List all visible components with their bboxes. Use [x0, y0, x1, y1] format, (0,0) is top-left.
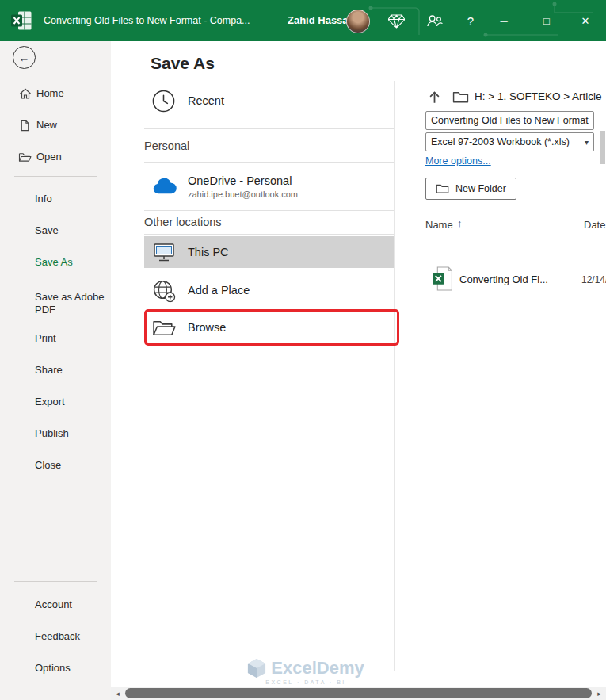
sidebar-item-home[interactable]: Home: [0, 78, 111, 109]
sidebar-item-export[interactable]: Export: [0, 386, 111, 418]
section-header-personal: Personal: [144, 140, 189, 152]
path-nav-row: H: > 1. SOFTEKO > Article: [425, 87, 606, 108]
account-user-name[interactable]: Zahid Hassan: [288, 0, 355, 41]
scroll-right-arrow[interactable]: ▸: [593, 687, 606, 700]
sidebar-divider: [14, 581, 97, 582]
sidebar-item-save-as-adobe-pdf[interactable]: Save as Adobe PDF: [0, 281, 111, 326]
onedrive-cloud-icon: [151, 177, 177, 196]
place-item-browse annotation-red-box[interactable]: Browse: [144, 309, 399, 346]
window-title: Converting Old Files to New Format - Com…: [44, 0, 250, 41]
sidebar-item-label: Home: [36, 87, 106, 100]
column-header-name[interactable]: Name: [425, 219, 453, 231]
sidebar-item-label: Open: [36, 151, 106, 163]
sidebar-item-save-as[interactable]: Save As: [0, 247, 111, 278]
place-label: OneDrive - Personal: [188, 174, 298, 187]
minimize-button[interactable]: ─: [486, 0, 522, 41]
sort-ascending-icon: ↑: [457, 217, 463, 229]
sidebar-item-publish[interactable]: Publish: [0, 418, 111, 449]
open-folder-icon: [18, 151, 32, 164]
new-document-icon: [18, 119, 32, 132]
close-button[interactable]: ✕: [567, 0, 604, 41]
sidebar-item-label: Save As: [35, 256, 105, 269]
new-folder-label: New Folder: [455, 183, 506, 194]
globe-plus-icon: [151, 277, 176, 303]
section-header-other-locations: Other locations: [144, 216, 222, 228]
save-locations-list: Recent Personal OneDrive - Personal zahi…: [144, 76, 394, 393]
file-name: Converting Old Fi...: [459, 273, 548, 285]
place-item-onedrive[interactable]: OneDrive - Personal zahid.ipe.buet@outlo…: [144, 163, 394, 209]
breadcrumb[interactable]: H: > 1. SOFTEKO > Article: [475, 90, 602, 102]
horizontal-scrollbar-thumb[interactable]: [125, 688, 592, 698]
onedrive-email: zahid.ipe.buet@outlook.com: [188, 189, 298, 199]
sidebar-item-print[interactable]: Print: [0, 323, 111, 354]
help-icon[interactable]: ?: [457, 0, 484, 41]
excel-backstage-window: { "colors": { "titlebar_green": "#0e7c41…: [0, 0, 606, 700]
panel-divider: [425, 170, 606, 170]
more-options-link[interactable]: More options...: [425, 155, 491, 166]
chevron-down-icon: ▾: [585, 138, 589, 147]
sidebar-item-feedback[interactable]: Feedback: [0, 621, 111, 652]
filetype-dropdown[interactable]: Excel 97-2003 Workbook (*.xls) ▾: [425, 132, 594, 151]
filename-input[interactable]: [425, 111, 594, 130]
path-folder-icon: [452, 90, 469, 104]
monitor-icon: [152, 241, 176, 263]
place-item-recent[interactable]: Recent: [144, 76, 394, 125]
new-folder-icon: [436, 183, 449, 194]
places-divider: [144, 162, 394, 163]
place-label: Recent: [188, 94, 224, 107]
premium-diamond-icon[interactable]: [383, 0, 410, 41]
sidebar-item-options[interactable]: Options: [0, 652, 111, 684]
sidebar-item-label: Feedback: [35, 630, 105, 643]
clock-icon: [151, 88, 176, 113]
sidebar-item-label: Save: [35, 224, 105, 237]
back-arrow-icon: ←: [19, 52, 30, 64]
sidebar-item-close[interactable]: Close: [0, 449, 111, 481]
sidebar-item-info[interactable]: Info: [0, 183, 111, 215]
titlebar: Converting Old Files to New Format - Com…: [0, 0, 606, 41]
contacts-people-icon[interactable]: [421, 0, 448, 41]
file-date: 12/14/2...: [581, 274, 606, 285]
sidebar-item-label: New: [36, 119, 106, 132]
sidebar-item-label: Share: [35, 364, 105, 377]
home-icon: [18, 87, 32, 101]
maximize-button[interactable]: □: [528, 0, 565, 41]
onedrive-text: OneDrive - Personal zahid.ipe.buet@outlo…: [188, 174, 298, 199]
user-avatar[interactable]: [346, 10, 370, 33]
sidebar-item-account[interactable]: Account: [0, 589, 111, 621]
excel-app-icon: [10, 10, 32, 31]
place-label: Add a Place: [188, 284, 250, 296]
save-details-panel: H: > 1. SOFTEKO > Article Excel 97-2003 …: [425, 87, 606, 563]
column-divider: [394, 81, 395, 671]
sidebar-divider: [14, 176, 97, 177]
backstage-content: Save As Recent Personal OneDrive - Perso: [111, 41, 606, 700]
sidebar-item-label: Info: [35, 193, 105, 205]
sidebar-item-label: Print: [35, 332, 105, 345]
place-item-add-a-place[interactable]: Add a Place: [144, 271, 394, 309]
page-title: Save As: [151, 54, 215, 73]
column-header-date[interactable]: Date: [584, 219, 605, 231]
sidebar-item-new[interactable]: New: [0, 109, 111, 141]
place-label: This PC: [188, 246, 229, 258]
new-folder-button[interactable]: New Folder: [425, 178, 516, 200]
file-list-item[interactable]: Converting Old Fi... 12/14/2...: [425, 265, 606, 300]
sidebar-item-share[interactable]: Share: [0, 354, 111, 386]
filetype-value: Excel 97-2003 Workbook (*.xls): [426, 136, 570, 147]
sidebar-item-save[interactable]: Save: [0, 215, 111, 247]
scroll-left-arrow[interactable]: ◂: [111, 687, 124, 700]
place-label: Browse: [188, 321, 226, 334]
sidebar-item-label: Account: [35, 599, 105, 611]
places-divider: [144, 210, 394, 211]
browse-folder-icon: [151, 317, 177, 338]
excel-file-icon: [432, 266, 453, 291]
sidebar-item-label: Save as Adobe PDF: [35, 291, 105, 316]
vertical-scrollbar-thumb[interactable]: [600, 131, 605, 164]
sidebar-item-label: Close: [35, 459, 105, 472]
places-divider: [144, 128, 394, 129]
backstage-sidebar: ← Home New Open Info Save Save As Save a…: [0, 41, 111, 700]
places-divider: [144, 234, 394, 235]
navigate-up-icon[interactable]: [427, 90, 442, 105]
place-item-this-pc[interactable]: This PC: [144, 236, 394, 268]
sidebar-item-label: Publish: [35, 427, 105, 440]
sidebar-item-open[interactable]: Open: [0, 141, 111, 173]
back-button[interactable]: ←: [13, 46, 36, 69]
